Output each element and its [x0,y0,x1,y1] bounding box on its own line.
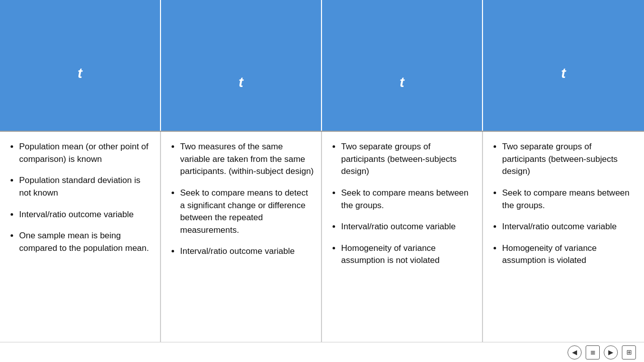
list-item: Two separate groups of participants (bet… [502,141,637,178]
header-col3-italic: t [399,74,404,90]
list-item: Interval/ratio outcome variable [19,209,153,221]
page-container: t t t t [0,0,644,362]
list-item: Population mean (or other point of compa… [19,141,153,165]
menu-button[interactable]: ≣ [586,345,600,359]
list-item: Interval/ratio outcome variable [341,221,475,233]
header-col4-italic: t [561,65,566,81]
list-item: One sample mean is being compared to the… [19,230,153,254]
body-col4: Two separate groups of participants (bet… [483,132,644,342]
header-col1-italic: t [77,65,82,81]
list-item: Seek to compare means between the groups… [341,187,475,212]
comparison-table: t t t t [0,0,644,342]
list-item: Interval/ratio outcome variable [502,221,637,233]
header-row: t t t t [0,0,644,131]
body-col2: Two measures of the same variable are ta… [161,132,322,342]
body-col3-list: Two separate groups of participants (bet… [332,141,475,267]
list-item: Homogeneity of variance assumption is vi… [502,242,637,267]
body-col2-list: Two measures of the same variable are ta… [171,141,314,258]
header-col1: t [0,0,161,131]
prev-button[interactable]: ◀ [568,345,582,359]
list-item: Population standard deviation is not kno… [19,174,153,199]
list-item: Seek to compare means between the groups… [502,187,637,212]
list-item: Two separate groups of participants (bet… [341,141,475,178]
list-item: Interval/ratio outcome variable [180,245,314,258]
body-col3: Two separate groups of participants (bet… [322,132,483,342]
list-item: Seek to compare means to detect a signif… [180,187,314,237]
body-col1: Population mean (or other point of compa… [0,132,161,342]
body-col4-list: Two separate groups of participants (bet… [493,141,637,267]
header-col3: t [322,0,483,131]
body-row: Population mean (or other point of compa… [0,131,644,342]
nav-bar: ◀ ≣ ▶ ⊞ [0,342,644,362]
next-button[interactable]: ▶ [604,345,618,359]
grid-button[interactable]: ⊞ [622,345,636,359]
body-col1-list: Population mean (or other point of compa… [10,141,153,254]
header-col2-italic: t [238,74,243,90]
list-item: Two measures of the same variable are ta… [180,141,314,178]
header-col4: t [483,0,644,131]
header-col2: t [161,0,322,131]
list-item: Homogeneity of variance assumption is no… [341,242,475,267]
